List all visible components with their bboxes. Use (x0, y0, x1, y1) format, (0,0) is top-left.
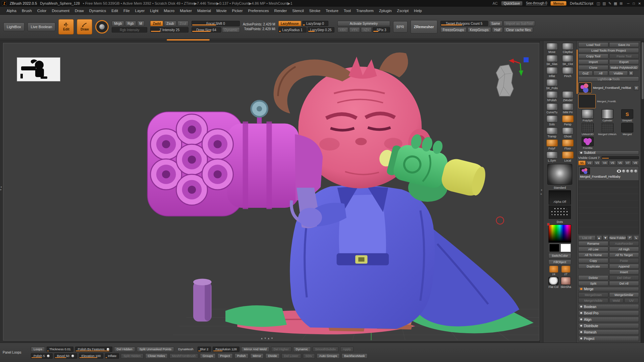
subtool-empty-row[interactable] (579, 214, 639, 221)
menu-item[interactable]: Tool (341, 8, 353, 14)
visibility-tab[interactable]: V7 (624, 161, 632, 165)
visibility-tab[interactable]: V2 (586, 161, 593, 165)
tool-button[interactable]: Load Tool (578, 42, 608, 47)
polypaint-icon[interactable] (622, 170, 625, 173)
subtool-empty-row[interactable] (579, 187, 639, 194)
tool-button[interactable]: Export (609, 59, 639, 64)
bottom-control[interactable]: Del Lower (281, 353, 301, 359)
visible-count-slider[interactable]: Visible Count 7 (578, 156, 639, 160)
tool-thumbnail[interactable]: Merged (618, 123, 637, 136)
sym-z-button[interactable]: >Z< (361, 27, 372, 33)
keepgroups-button[interactable]: KeepGroups (468, 27, 491, 33)
tool-r-button[interactable]: R (634, 85, 639, 90)
menu-item[interactable]: Material (195, 8, 214, 14)
bottom-control[interactable]: Mirror And Weld (241, 347, 269, 352)
secondary-color-swatch[interactable] (560, 244, 571, 252)
sym-y-button[interactable]: >Y< (349, 27, 360, 33)
bottom-control[interactable]: Elevation 100 (79, 353, 104, 359)
subtool-button[interactable]: ↳ (633, 235, 639, 240)
collapsed-section-header[interactable]: Project (578, 336, 639, 341)
dynamic-button[interactable]: Dynamic (222, 27, 240, 33)
subtool-button[interactable]: All To Home (578, 252, 608, 257)
left-tray-handle[interactable]: ◂▸ (0, 186, 2, 191)
bottom-control[interactable]: Groups (200, 353, 216, 359)
camera-head-widget[interactable] (493, 61, 516, 98)
menu-item[interactable]: Preferences (246, 8, 271, 14)
z-intensity-slider[interactable]: Z Intensity 25 (150, 27, 189, 33)
lazyradius-slider[interactable]: LazyRadius 1 (278, 27, 307, 33)
bottom-control[interactable]: MeshFromBrush (169, 353, 198, 359)
quick-toggle[interactable]: CurveTu (544, 103, 559, 115)
bottom-control[interactable]: Split Hidden (121, 353, 143, 359)
switch-color-button[interactable]: SwitchColor (548, 253, 571, 258)
bottom-control[interactable]: Close Holes (145, 353, 168, 359)
bottom-control[interactable]: Polish 5 (31, 353, 53, 359)
document-canvas[interactable]: ▲ ▼ ▲ ▼ (3, 43, 539, 341)
canvas-scroll-arrows[interactable]: ▲ ▼ ▲ ▼ (261, 337, 273, 340)
quick-toggle[interactable]: ZModel (560, 91, 575, 103)
menu-item[interactable]: Texture (323, 8, 341, 14)
lazymouse-button[interactable]: LazyMouse (278, 21, 301, 26)
subtool-button[interactable]: ↱ (627, 235, 633, 240)
normalmap-icon[interactable] (634, 170, 637, 173)
menu-item[interactable]: Help (412, 8, 425, 14)
draw-size-slider[interactable]: Draw Size 64 (192, 27, 221, 33)
visibility-tab[interactable]: V4 (601, 161, 608, 165)
menu-item[interactable]: Color (35, 8, 49, 14)
current-sculpt-brush[interactable] (547, 164, 572, 185)
collapsed-section-header[interactable]: Boolean (578, 304, 639, 309)
half-button[interactable]: Half (492, 27, 503, 33)
subtool-button[interactable]: All To Target (609, 252, 639, 257)
quick-toggle[interactable]: ClayBui (560, 43, 575, 54)
bottom-control[interactable]: Polish By Features (75, 347, 112, 352)
merge-button[interactable]: Weld (609, 298, 624, 303)
menu-item[interactable]: Zplugin (376, 8, 394, 14)
menu-item[interactable]: File (121, 8, 132, 14)
subtool-button[interactable]: Del All (609, 281, 639, 286)
lightbox-button[interactable]: LightBox (3, 22, 24, 31)
visibility-tab[interactable]: V3 (594, 161, 601, 165)
tool-button[interactable]: Save As (609, 42, 639, 47)
bottom-control[interactable]: Dynamic (293, 347, 311, 352)
bottom-control[interactable]: Thickness 0.01 (47, 347, 73, 352)
subtool-button[interactable]: Rename (578, 241, 608, 246)
tool-button[interactable]: R (629, 71, 634, 76)
titlebar-icon[interactable]: ✎ (608, 1, 611, 6)
menu-item[interactable]: Document (49, 8, 72, 14)
main-color-swatch[interactable] (549, 244, 559, 252)
merge-header[interactable]: Merge (578, 287, 639, 291)
subtool-header[interactable]: Subtool (578, 150, 639, 155)
zadd-button[interactable]: Zadd (150, 21, 163, 26)
spix-slider[interactable]: SPix 3 (373, 27, 390, 33)
quick-toggle[interactable]: SK_Polis (544, 79, 559, 90)
subtool-item-selected[interactable]: Merged_FrontBarell_HellBaby (579, 167, 639, 181)
menu-item[interactable]: Transform (354, 8, 376, 14)
tool-thumbnail[interactable]: Cylinder (598, 109, 617, 122)
titlebar-icon[interactable]: ▦ (614, 1, 617, 6)
activate-symmetry-button[interactable]: Activate Symmetry (337, 21, 390, 26)
freezegroups-button[interactable]: FreezeGroups (440, 27, 467, 33)
tool-thumbnail[interactable]: FrontBa (578, 137, 597, 149)
tool-button[interactable]: All (593, 71, 608, 76)
displacement-icon[interactable] (630, 170, 633, 173)
subtool-button[interactable]: List All (578, 235, 596, 240)
bottom-control[interactable]: Resolution 128 (213, 347, 239, 352)
tool-thumbnail[interactable]: Merged UMesh. (598, 123, 617, 136)
bottom-control[interactable]: Split Unmasked Points (137, 347, 174, 352)
tool-button[interactable]: Make PolyMesh3D (609, 65, 639, 70)
zcut-button[interactable]: Zcut (177, 21, 189, 26)
rgb-intensity-slider[interactable]: Rgb Intensity (112, 27, 147, 33)
visibility-tab[interactable]: V6 (616, 161, 624, 165)
titlebar-icon[interactable]: ▥ (602, 1, 606, 6)
menu-item[interactable]: Dynamics (87, 8, 108, 14)
tool-thumbnail[interactable]: SimpleE (618, 109, 637, 122)
edit-button[interactable]: Edit (58, 19, 74, 35)
live-boolean-button[interactable]: Live Boolean (28, 22, 56, 31)
visibility-tab[interactable]: V8 (632, 161, 639, 165)
viewport-3d-model[interactable] (3, 43, 539, 340)
focal-shift-slider[interactable]: Focal Shift 0 (192, 21, 240, 26)
subtool-button[interactable]: ▲ (596, 235, 602, 240)
z-intensity-preset[interactable]: z4 (549, 266, 558, 276)
quick-toggle[interactable]: SK_Slas (544, 55, 559, 66)
menu-item[interactable]: Marker (177, 8, 195, 14)
